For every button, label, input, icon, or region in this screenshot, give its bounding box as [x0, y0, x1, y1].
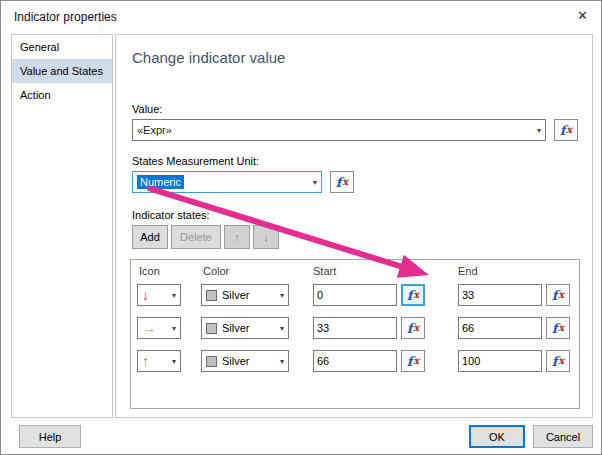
- chevron-down-icon: ▾: [277, 324, 284, 333]
- chevron-down-icon: ▾: [277, 291, 284, 300]
- main-panel: Change indicator value Value: «Expr» ▾ f…: [115, 34, 593, 418]
- start-expression-button[interactable]: fx: [401, 350, 425, 372]
- move-up-button[interactable]: ↑: [224, 225, 250, 249]
- value-expression-button[interactable]: fx: [554, 119, 578, 141]
- delete-state-button[interactable]: Delete: [171, 225, 221, 249]
- close-icon[interactable]: ✕: [577, 8, 588, 23]
- unit-label: States Measurement Unit:: [132, 155, 259, 167]
- fx-icon: f: [552, 289, 558, 302]
- sidebar: General Value and States Action: [11, 34, 113, 418]
- dialog-title: Indicator properties: [14, 10, 117, 24]
- value-label: Value:: [132, 103, 162, 115]
- add-state-button[interactable]: Add: [132, 225, 168, 249]
- value-dropdown-text: «Expr»: [137, 124, 172, 136]
- sidebar-item-value-and-states[interactable]: Value and States: [12, 59, 112, 83]
- up-arrow-icon: ↑: [234, 231, 240, 243]
- page-title: Change indicator value: [132, 49, 285, 66]
- color-label: Silver: [222, 289, 250, 301]
- color-swatch: [206, 290, 217, 301]
- chevron-down-icon: ▾: [534, 126, 541, 135]
- up-arrow-icon: ↑: [142, 354, 149, 368]
- sidebar-item-general[interactable]: General: [12, 35, 112, 59]
- fx-icon: f: [407, 322, 413, 335]
- start-expression-button[interactable]: fx: [401, 317, 425, 339]
- color-swatch: [206, 323, 217, 334]
- titlebar: Indicator properties ✕: [1, 1, 601, 31]
- unit-dropdown[interactable]: Numeric ▾: [132, 171, 322, 193]
- unit-expression-button[interactable]: fx: [330, 171, 354, 193]
- table-row: ↓ ▾ Silver ▾ fx fx: [131, 284, 579, 308]
- chevron-down-icon: ▾: [169, 324, 176, 333]
- color-swatch: [206, 356, 217, 367]
- sidebar-item-action[interactable]: Action: [12, 83, 112, 107]
- icon-dropdown[interactable]: → ▾: [137, 317, 181, 339]
- start-value-input[interactable]: [313, 284, 397, 306]
- icon-dropdown[interactable]: ↑ ▾: [137, 350, 181, 372]
- end-value-input[interactable]: [458, 350, 542, 372]
- end-expression-button[interactable]: fx: [546, 284, 570, 306]
- column-header-icon: Icon: [139, 265, 160, 277]
- end-expression-button[interactable]: fx: [546, 350, 570, 372]
- down-arrow-icon: ↓: [142, 288, 149, 302]
- column-header-start: Start: [313, 265, 336, 277]
- chevron-down-icon: ▾: [277, 357, 284, 366]
- fx-icon: f: [560, 124, 566, 137]
- table-row: ↑ ▾ Silver ▾ fx fx: [131, 350, 579, 374]
- indicator-states-label: Indicator states:: [132, 209, 210, 221]
- unit-dropdown-text: Numeric: [137, 175, 184, 189]
- start-value-input[interactable]: [313, 350, 397, 372]
- color-dropdown[interactable]: Silver ▾: [201, 350, 289, 372]
- states-table: Icon Color Start End ↓ ▾ Silver ▾ fx: [130, 259, 580, 409]
- end-value-input[interactable]: [458, 317, 542, 339]
- end-value-input[interactable]: [458, 284, 542, 306]
- fx-icon: f: [552, 355, 558, 368]
- right-arrow-icon: →: [142, 321, 156, 335]
- column-header-end: End: [458, 265, 478, 277]
- start-value-input[interactable]: [313, 317, 397, 339]
- cancel-button[interactable]: Cancel: [533, 425, 593, 448]
- color-dropdown[interactable]: Silver ▾: [201, 317, 289, 339]
- color-label: Silver: [222, 355, 250, 367]
- indicator-properties-dialog: Indicator properties ✕ General Value and…: [0, 0, 602, 455]
- start-expression-button[interactable]: fx: [401, 284, 425, 306]
- value-dropdown[interactable]: «Expr» ▾: [132, 119, 546, 141]
- color-dropdown[interactable]: Silver ▾: [201, 284, 289, 306]
- icon-dropdown[interactable]: ↓ ▾: [137, 284, 181, 306]
- move-down-button[interactable]: ↓: [253, 225, 279, 249]
- fx-icon: f: [407, 355, 413, 368]
- fx-icon: f: [336, 176, 342, 189]
- chevron-down-icon: ▾: [169, 291, 176, 300]
- ok-button[interactable]: OK: [469, 425, 525, 448]
- chevron-down-icon: ▾: [169, 357, 176, 366]
- color-label: Silver: [222, 322, 250, 334]
- chevron-down-icon: ▾: [310, 178, 317, 187]
- column-header-color: Color: [203, 265, 229, 277]
- fx-icon: f: [407, 289, 413, 302]
- end-expression-button[interactable]: fx: [546, 317, 570, 339]
- down-arrow-icon: ↓: [263, 231, 269, 243]
- help-button[interactable]: Help: [19, 425, 81, 448]
- fx-icon: f: [552, 322, 558, 335]
- table-row: → ▾ Silver ▾ fx fx: [131, 317, 579, 341]
